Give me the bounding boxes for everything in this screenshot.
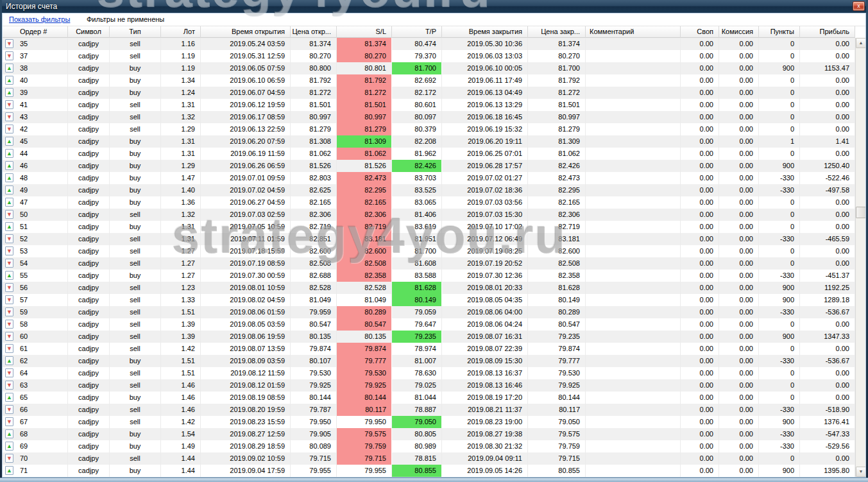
- table-row[interactable]: ▲45cadjpybuy1.312019.06.20 07:5981.30881…: [3, 135, 855, 148]
- cell-commission: 0.00: [719, 87, 759, 99]
- table-row[interactable]: ▲38cadjpybuy1.192019.06.05 07:5980.80080…: [3, 62, 855, 74]
- table-row[interactable]: ▼67cadjpysell1.422019.08.23 15:5979.9507…: [3, 416, 855, 428]
- table-row[interactable]: ▼61cadjpysell1.422019.08.07 13:5979.8747…: [3, 343, 855, 355]
- cell-close_time: 2019.07.02 01:27: [442, 172, 528, 184]
- cell-order: ▲44: [3, 148, 68, 160]
- cell-sl: 82.165: [337, 196, 392, 209]
- cell-lot: 1.27: [161, 257, 201, 270]
- cell-lot: 1.31: [161, 135, 201, 148]
- table-row[interactable]: ▲40cadjpybuy1.342019.06.10 06:5981.79281…: [3, 74, 855, 87]
- table-row[interactable]: ▲68cadjpybuy1.542019.08.27 12:5979.90579…: [3, 428, 855, 440]
- cell-sl: 80.997: [337, 111, 392, 123]
- scroll-thumb[interactable]: [856, 207, 866, 218]
- cell-close_time: 2019.08.13 16:37: [442, 367, 528, 379]
- column-header-close_time[interactable]: Время закрытия: [442, 26, 528, 38]
- column-header-order[interactable]: Ордер #: [3, 26, 68, 38]
- cell-type: sell: [110, 343, 161, 355]
- show-filters-link[interactable]: Показать фильтры: [9, 13, 70, 26]
- sell-order-icon: ▼: [5, 112, 13, 121]
- cell-close_price: 82.295: [528, 184, 586, 196]
- cell-close_price: 82.306: [528, 209, 586, 221]
- table-row[interactable]: ▼42cadjpysell1.292019.06.13 22:5981.2798…: [3, 123, 855, 135]
- table-row[interactable]: ▼58cadjpysell1.392019.08.05 03:5980.5478…: [3, 318, 855, 331]
- table-row[interactable]: ▲48cadjpybuy1.472019.07.01 09:5982.80382…: [3, 172, 855, 184]
- table-row[interactable]: ▲62cadjpybuy1.512019.08.09 03:5980.10779…: [3, 355, 855, 367]
- close-button[interactable]: x: [853, 1, 865, 11]
- cell-close_time: 2019.06.20 19:11: [442, 135, 528, 148]
- sell-order-icon: ▼: [5, 100, 13, 109]
- column-header-swap[interactable]: Своп: [681, 26, 719, 38]
- table-row[interactable]: ▼70cadjpysell1.442019.09.02 10:5979.7157…: [3, 452, 855, 465]
- cell-open_time: 2019.06.20 07:59: [201, 135, 291, 148]
- cell-order: ▼60: [3, 331, 68, 343]
- column-header-points[interactable]: Пункты: [759, 26, 800, 38]
- table-row[interactable]: ▼52cadjpysell1.312019.07.11 01:5982.8518…: [3, 233, 855, 245]
- table-row[interactable]: ▼63cadjpysell1.462019.08.12 01:5979.9257…: [3, 379, 855, 392]
- cell-commission: 0.00: [719, 123, 759, 135]
- cell-points: -330: [759, 306, 800, 318]
- column-header-close_price[interactable]: Цена закр...: [528, 26, 586, 38]
- column-header-open_price[interactable]: Цена откр...: [291, 26, 337, 38]
- cell-sl: 82.600: [337, 245, 392, 257]
- cell-commission: 0.00: [719, 331, 759, 343]
- column-header-sl[interactable]: S/L: [337, 26, 392, 38]
- order-number: 60: [20, 332, 28, 340]
- table-row[interactable]: ▼41cadjpysell1.312019.06.12 19:5981.5018…: [3, 99, 855, 111]
- cell-tp: 81.700: [392, 245, 442, 257]
- column-header-lot[interactable]: Лот: [161, 26, 201, 38]
- table-row[interactable]: ▼57cadjpysell1.332019.08.02 04:5981.0498…: [3, 294, 855, 306]
- column-header-profit[interactable]: Прибыль: [800, 26, 855, 38]
- table-row[interactable]: ▲49cadjpybuy1.402019.07.02 04:5982.62582…: [3, 184, 855, 196]
- table-row[interactable]: ▲69cadjpybuy1.492019.08.29 18:5980.08979…: [3, 440, 855, 452]
- table-row[interactable]: ▼43cadjpysell1.322019.06.17 08:5980.9978…: [3, 111, 855, 123]
- cell-comment: [586, 209, 681, 221]
- sell-order-icon: ▼: [5, 283, 13, 292]
- table-row[interactable]: ▲55cadjpybuy1.272019.07.30 00:5982.68882…: [3, 270, 855, 282]
- table-row[interactable]: ▼37cadjpysell1.192019.05.31 12:5980.2708…: [3, 50, 855, 62]
- cell-lot: 1.16: [161, 38, 201, 50]
- table-row[interactable]: ▲51cadjpybuy1.312019.07.05 10:5982.71982…: [3, 221, 855, 233]
- cell-points: 0: [759, 245, 800, 257]
- table-row[interactable]: ▲65cadjpybuy1.462019.08.19 08:5980.14480…: [3, 392, 855, 404]
- table-row[interactable]: ▲39cadjpybuy1.242019.06.07 04:5981.27281…: [3, 87, 855, 99]
- cell-open_price: 82.165: [291, 196, 337, 209]
- table-row[interactable]: ▼59cadjpysell1.512019.08.06 01:5979.9598…: [3, 306, 855, 318]
- cell-close_price: 79.530: [528, 367, 586, 379]
- column-header-open_time[interactable]: Время открытия: [201, 26, 291, 38]
- table-row[interactable]: ▼60cadjpysell1.392019.08.06 19:5980.1358…: [3, 331, 855, 343]
- column-header-comment[interactable]: Комментарий: [586, 26, 681, 38]
- scroll-down-icon[interactable]: ▼: [856, 467, 866, 477]
- table-row[interactable]: ▼54cadjpysell1.272019.07.19 08:5982.5088…: [3, 257, 855, 270]
- table-row[interactable]: ▼35cadjpysell1.162019.05.24 03:5981.3748…: [3, 38, 855, 50]
- table-row[interactable]: ▼53cadjpysell1.272019.07.18 15:5982.6008…: [3, 245, 855, 257]
- table-row[interactable]: ▼50cadjpysell1.322019.07.03 02:5982.3068…: [3, 209, 855, 221]
- cell-points: 0: [759, 87, 800, 99]
- table-row[interactable]: ▲46cadjpybuy1.292019.06.26 06:5981.52681…: [3, 160, 855, 172]
- cell-symbol: cadjpy: [68, 123, 110, 135]
- cell-points: 0: [759, 221, 800, 233]
- scroll-up-icon[interactable]: ▲: [856, 38, 866, 48]
- cell-profit: 1.41: [800, 135, 855, 148]
- title-bar[interactable]: История счета x: [2, 0, 866, 13]
- table-row[interactable]: ▼56cadjpysell1.232019.08.01 10:5982.5288…: [3, 282, 855, 294]
- cell-points: -330: [759, 233, 800, 245]
- table-row[interactable]: ▲47cadjpybuy1.362019.06.27 04:5982.16582…: [3, 196, 855, 209]
- cell-swap: 0.00: [681, 123, 719, 135]
- table-row[interactable]: ▲44cadjpybuy1.312019.06.19 11:5981.06281…: [3, 148, 855, 160]
- cell-points: -330: [759, 172, 800, 184]
- column-header-tp[interactable]: T/P: [392, 26, 442, 38]
- cell-tp: 83.703: [392, 172, 442, 184]
- cell-points: 900: [759, 331, 800, 343]
- column-header-commission[interactable]: Комиссия: [719, 26, 759, 38]
- table-row[interactable]: ▼66cadjpysell1.462019.08.20 19:5979.7878…: [3, 404, 855, 416]
- cell-lot: 1.29: [161, 123, 201, 135]
- table-row[interactable]: ▼64cadjpysell1.512019.08.12 11:5979.5307…: [3, 367, 855, 379]
- cell-order: ▼56: [3, 282, 68, 294]
- cell-order: ▼35: [3, 38, 68, 50]
- sell-order-icon: ▼: [5, 405, 13, 414]
- column-header-symbol[interactable]: Символ: [68, 26, 110, 38]
- table-row[interactable]: ▲71cadjpybuy1.442019.09.04 17:5979.95579…: [3, 465, 855, 477]
- vertical-scrollbar[interactable]: ▲ ▼: [855, 38, 865, 477]
- column-header-type[interactable]: Тип: [110, 26, 161, 38]
- cell-commission: 0.00: [719, 465, 759, 477]
